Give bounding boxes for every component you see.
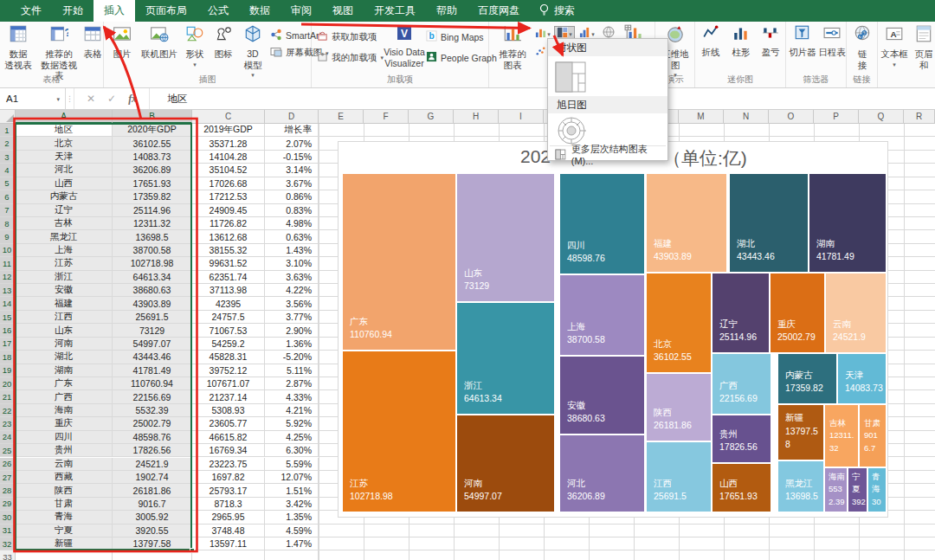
row-header-6[interactable]: 6 (0, 190, 16, 203)
cell-B9[interactable]: 13698.5 (113, 230, 192, 243)
cell-C15[interactable]: 24757.5 (192, 311, 265, 324)
cell-A14[interactable]: 福建 (16, 297, 113, 310)
cell-C32[interactable]: 13597.11 (192, 537, 265, 550)
bing-maps-button[interactable]: b Bing Maps (426, 30, 484, 43)
treemap-tile-云南[interactable]: 云南24521.9 (826, 274, 886, 352)
row-header-31[interactable]: 31 (0, 525, 16, 537)
treemap-tile-浙江[interactable]: 浙江64613.34 (457, 303, 554, 414)
cell-A7[interactable]: 辽宁 (16, 204, 113, 217)
cell-D5[interactable]: 3.67% (265, 177, 319, 190)
tab-insert[interactable]: 插入 (94, 0, 135, 22)
cell-D16[interactable]: 2.90% (265, 324, 319, 337)
cell-A31[interactable]: 宁夏 (16, 525, 113, 537)
treemap-tile-新疆[interactable]: 新疆13797.58 (778, 405, 823, 460)
treemap-tile-天津[interactable]: 天津14083.73 (838, 354, 886, 403)
cell-B32[interactable]: 13797.58 (113, 537, 192, 550)
treemap-tile-贵州[interactable]: 贵州17826.56 (713, 415, 771, 462)
timeline-button[interactable]: 日程表 (817, 24, 847, 58)
cell-D9[interactable]: 0.63% (265, 230, 319, 243)
treemap-tile-北京[interactable]: 北京36102.55 (647, 274, 711, 372)
row-header-16[interactable]: 16 (0, 324, 16, 337)
cell-D15[interactable]: 3.77% (265, 311, 319, 324)
cell-D22[interactable]: 4.21% (265, 404, 319, 417)
cell-C1[interactable]: 2019年GDP (192, 124, 265, 137)
cell-C2[interactable]: 35371.28 (192, 137, 265, 150)
cell-D1[interactable]: 增长率 (265, 124, 319, 137)
tab-file[interactable]: 文件 (10, 0, 52, 22)
cell-B14[interactable]: 43903.89 (113, 297, 192, 310)
cell-B10[interactable]: 38700.58 (113, 244, 192, 257)
row-header-25[interactable]: 25 (0, 444, 16, 457)
column-header-O[interactable]: O (769, 110, 814, 124)
cell-C9[interactable]: 13612.68 (192, 230, 265, 243)
cell-D29[interactable]: 3.42% (265, 498, 319, 511)
column-header-R[interactable]: R (904, 110, 935, 124)
cell-B17[interactable]: 54997.07 (113, 338, 192, 351)
treemap-tile-陕西[interactable]: 陕西26181.86 (647, 374, 711, 441)
row-header-1[interactable]: 1 (0, 124, 16, 137)
cell-B12[interactable]: 64613.34 (113, 271, 192, 284)
cell-C4[interactable]: 35104.52 (192, 164, 265, 177)
cell-A2[interactable]: 北京 (16, 137, 113, 150)
cell-D3[interactable]: -0.15% (265, 151, 319, 164)
row-header-24[interactable]: 24 (0, 431, 16, 444)
cell-B15[interactable]: 25691.5 (113, 311, 192, 324)
insert-function-icon[interactable]: fx (128, 93, 137, 106)
tab-data[interactable]: 数据 (239, 0, 280, 22)
get-addins-button[interactable]: 获取加载项 (317, 30, 377, 43)
row-header-9[interactable]: 9 (0, 230, 16, 243)
cell-D25[interactable]: 6.30% (265, 444, 319, 457)
cell-C16[interactable]: 71067.53 (192, 324, 265, 337)
slicer-button[interactable]: 切片器 (788, 24, 817, 58)
column-header-D[interactable]: D (265, 110, 319, 124)
cell-A5[interactable]: 山西 (16, 177, 113, 190)
row-header-15[interactable]: 15 (0, 311, 16, 324)
cell-D31[interactable]: 4.59% (265, 525, 319, 537)
cell-B28[interactable]: 26181.86 (113, 484, 192, 497)
row-header-20[interactable]: 20 (0, 377, 16, 390)
row-header-23[interactable]: 23 (0, 417, 16, 430)
treemap-tile-上海[interactable]: 上海38700.58 (560, 275, 644, 355)
cell-B4[interactable]: 36206.89 (113, 164, 192, 177)
3d-models-button[interactable]: 3D 模型 ▾ (237, 24, 268, 79)
cell-C18[interactable]: 45828.31 (192, 351, 265, 364)
cell-C7[interactable]: 24909.45 (192, 204, 265, 217)
cell-B22[interactable]: 5532.39 (113, 404, 192, 417)
row-header-29[interactable]: 29 (0, 498, 16, 511)
cell-C21[interactable]: 21237.14 (192, 390, 265, 403)
treemap-tile-福建[interactable]: 福建43903.89 (647, 174, 726, 272)
name-box[interactable]: A1 ▾ (0, 88, 66, 109)
tab-home[interactable]: 开始 (52, 0, 94, 22)
cell-C10[interactable]: 38155.32 (192, 244, 265, 257)
row-header-11[interactable]: 11 (0, 257, 16, 270)
enter-icon[interactable]: ✓ (107, 93, 116, 105)
cell-A18[interactable]: 湖北 (16, 351, 113, 364)
row-header-19[interactable]: 19 (0, 364, 16, 377)
cell-D10[interactable]: 1.43% (265, 244, 319, 257)
row-header-17[interactable]: 17 (0, 338, 16, 351)
cell-D4[interactable]: 3.14% (265, 164, 319, 177)
treemap-tile-山西[interactable]: 山西17651.93 (713, 464, 771, 512)
column-header-I[interactable]: I (499, 110, 544, 124)
cell-C14[interactable]: 42395 (192, 297, 265, 310)
treemap-tile-海南[interactable]: 海南5532.39 (825, 468, 847, 512)
cell-D18[interactable]: -5.20% (265, 351, 319, 364)
row-header-28[interactable]: 28 (0, 484, 16, 497)
cell-A6[interactable]: 内蒙古 (16, 190, 113, 203)
cell-C13[interactable]: 37113.98 (192, 284, 265, 297)
more-hierarchy-charts-item[interactable]: 更多层次结构图表(M)... (548, 148, 667, 161)
cell-C28[interactable]: 25793.17 (192, 484, 265, 497)
table-button[interactable]: 表格 (81, 24, 104, 60)
row-header-26[interactable]: 26 (0, 458, 16, 471)
cell-D21[interactable]: 4.33% (265, 390, 319, 403)
link-button[interactable]: 链 接 (849, 24, 875, 70)
row-header-22[interactable]: 22 (0, 404, 16, 417)
cell-D12[interactable]: 3.63% (265, 271, 319, 284)
cell-D23[interactable]: 5.92% (265, 417, 319, 430)
tab-view[interactable]: 视图 (322, 0, 364, 22)
treemap-tile-内蒙古[interactable]: 内蒙古17359.82 (778, 354, 836, 403)
cell-B5[interactable]: 17651.93 (113, 177, 192, 190)
cell-A30[interactable]: 青海 (16, 511, 113, 524)
cell-C27[interactable]: 1697.82 (192, 471, 265, 484)
cell-B30[interactable]: 3005.92 (113, 511, 192, 524)
